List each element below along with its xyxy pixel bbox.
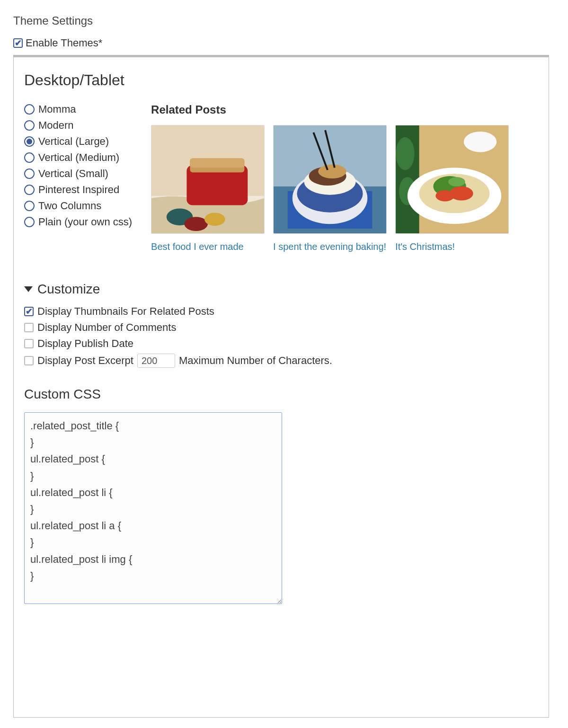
theme-option-modern[interactable]: Modern [24, 119, 132, 132]
enable-themes-checkbox[interactable] [13, 38, 23, 48]
theme-option-vertical-medium[interactable]: Vertical (Medium) [24, 151, 132, 164]
section-heading: Desktop/Tablet [24, 71, 538, 89]
theme-label: Two Columns [38, 200, 101, 212]
checkbox-label: Display Thumbnails For Related Posts [37, 305, 214, 318]
customize-heading: Customize [37, 282, 100, 297]
theme-radio[interactable] [24, 104, 35, 115]
checkbox[interactable] [24, 307, 34, 316]
theme-label: Modern [38, 119, 74, 132]
theme-option-plain[interactable]: Plain (your own css) [24, 216, 132, 228]
preview-thumbnail [151, 125, 265, 234]
option-display-comments[interactable]: Display Number of Comments [24, 321, 538, 334]
theme-option-pinterest[interactable]: Pinterest Inspired [24, 184, 132, 196]
svg-point-4 [204, 213, 225, 226]
svg-point-22 [464, 132, 497, 152]
theme-option-two-columns[interactable]: Two Columns [24, 200, 132, 212]
theme-radio[interactable] [24, 120, 35, 131]
checkbox-label: Display Number of Comments [37, 321, 176, 334]
svg-point-15 [318, 164, 346, 178]
theme-option-vertical-large[interactable]: Vertical (Large) [24, 135, 132, 148]
theme-radio-list: Momma Modern Vertical (Large) Vertical (… [24, 103, 132, 228]
svg-point-27 [435, 190, 454, 202]
svg-point-20 [396, 137, 415, 170]
excerpt-length-input[interactable] [137, 354, 175, 368]
theme-label: Pinterest Inspired [38, 184, 119, 196]
theme-label: Plain (your own css) [38, 216, 132, 228]
preview-card: Best food I ever made [151, 125, 265, 253]
theme-label: Vertical (Medium) [38, 151, 119, 164]
preview-cards: Best food I ever made [151, 125, 538, 253]
svg-rect-7 [190, 158, 244, 168]
theme-option-vertical-small[interactable]: Vertical (Small) [24, 168, 132, 180]
svg-point-3 [185, 217, 208, 231]
theme-radio[interactable] [24, 185, 35, 195]
customize-toggle[interactable]: Customize [24, 282, 538, 297]
preview-title: Related Posts [151, 103, 538, 116]
theme-label: Vertical (Small) [38, 168, 108, 180]
theme-radio[interactable] [24, 136, 35, 147]
checkbox-label: Display Post Excerpt [37, 355, 133, 367]
custom-css-heading: Custom CSS [24, 387, 538, 402]
preview-card: It's Christmas! [395, 125, 509, 253]
custom-css-textarea[interactable] [24, 412, 282, 604]
theme-radio[interactable] [24, 217, 35, 227]
panels: Momma Modern Vertical (Large) Vertical (… [24, 103, 538, 253]
preview-caption: Best food I ever made [151, 240, 265, 253]
theme-radio[interactable] [24, 201, 35, 211]
caret-down-icon [24, 286, 33, 292]
settings-panel: Desktop/Tablet Momma Modern Vertical (La… [13, 55, 549, 718]
checkbox-label: Display Publish Date [37, 337, 133, 350]
enable-themes-label: Enable Themes* [26, 37, 102, 49]
theme-radio[interactable] [24, 152, 35, 163]
theme-radio[interactable] [24, 169, 35, 179]
theme-label: Momma [38, 103, 76, 115]
option-display-excerpt[interactable]: Display Post Excerpt Maximum Number of C… [24, 354, 538, 368]
theme-option-momma[interactable]: Momma [24, 103, 132, 115]
svg-point-28 [448, 177, 465, 186]
preview-caption: I spent the evening baking! [273, 240, 387, 253]
preview-thumbnail [395, 125, 509, 234]
preview-column: Related Posts [151, 103, 538, 253]
option-display-date[interactable]: Display Publish Date [24, 337, 538, 350]
preview-caption: It's Christmas! [395, 240, 509, 253]
checkbox[interactable] [24, 356, 34, 365]
enable-themes-row: Enable Themes* [13, 37, 549, 49]
preview-thumbnail [273, 125, 387, 234]
preview-card: I spent the evening baking! [273, 125, 387, 253]
page-title: Theme Settings [13, 14, 549, 27]
theme-label: Vertical (Large) [38, 135, 109, 148]
excerpt-suffix: Maximum Number of Characters. [179, 355, 332, 367]
option-display-thumbnails[interactable]: Display Thumbnails For Related Posts [24, 305, 538, 318]
customize-options: Display Thumbnails For Related Posts Dis… [24, 305, 538, 368]
checkbox[interactable] [24, 339, 34, 348]
checkbox[interactable] [24, 323, 34, 332]
